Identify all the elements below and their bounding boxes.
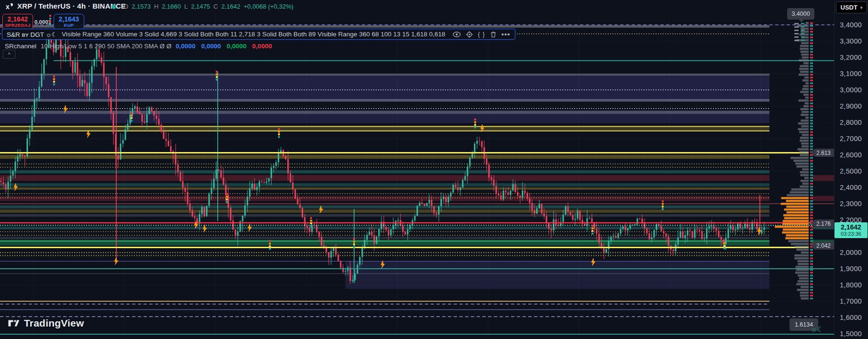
close-value: 2,1642 bbox=[221, 3, 240, 10]
collapse-legend-button[interactable]: ^ bbox=[3, 50, 15, 59]
settings-icon[interactable] bbox=[466, 31, 473, 38]
price-axis[interactable]: 3,40003,30003,20003,10003,00002,90002,80… bbox=[834, 0, 868, 339]
market-status-dot[interactable] bbox=[111, 4, 116, 9]
indicator-value: 0,0000 bbox=[227, 43, 246, 50]
indicator-title: S&R ʙʏ DGT ☼☾ bbox=[7, 31, 57, 38]
currency-toggle-button[interactable]: USDT ▾ bbox=[836, 1, 867, 13]
eye-icon[interactable] bbox=[453, 32, 461, 37]
tradingview-logo[interactable]: TradingView bbox=[8, 317, 84, 329]
indicator-value: 0,0000 bbox=[252, 43, 272, 50]
indicator-values: 0,00000,00000,00000,0000 bbox=[176, 43, 272, 50]
tradingview-logo-icon bbox=[8, 318, 20, 328]
spread-value: 0,0001 bbox=[34, 19, 51, 25]
price-tick: 2,8000 bbox=[840, 119, 862, 126]
sr-level-label-2613: 2.613 bbox=[811, 149, 834, 157]
chart-header: x XRP / TetherUS · 4h · BINANCE O2,1573 … bbox=[0, 0, 868, 13]
symbol-title[interactable]: XRP / TetherUS · 4h · BINANCE bbox=[17, 2, 126, 10]
bar-countdown: 03:23:36 bbox=[841, 231, 861, 237]
svg-text:x: x bbox=[6, 3, 10, 11]
buy-label: KUP bbox=[64, 23, 74, 28]
tradingview-chart-window: x XRP / TetherUS · 4h · BINANCE O2,1573 … bbox=[0, 0, 868, 339]
more-options-icon[interactable]: ••• bbox=[501, 32, 511, 37]
chart-canvas[interactable] bbox=[0, 0, 868, 339]
buy-price: 2,1643 bbox=[59, 16, 79, 23]
indicator-legend-sr-dgt[interactable]: S&R ʙʏ DGT ☼☾ Visible Range 360 Volume 3… bbox=[2, 29, 515, 40]
high-label: H bbox=[154, 3, 158, 10]
source-code-icon[interactable]: { } bbox=[478, 31, 485, 38]
dgt-logo-icon: ☼☾ bbox=[811, 325, 823, 334]
low-label: L bbox=[184, 3, 188, 10]
price-tick: 3,4000 bbox=[840, 21, 862, 29]
price-tick: 3,3000 bbox=[840, 37, 862, 45]
tradingview-logo-text: TradingView bbox=[24, 317, 84, 329]
open-value: 2,1573 bbox=[132, 3, 151, 10]
price-tooltip-high: 3.4000 bbox=[787, 8, 814, 20]
delete-icon[interactable] bbox=[490, 31, 496, 38]
lightning-bolt-icon bbox=[203, 225, 207, 232]
change-value: +0,0068 (+0,32%) bbox=[244, 3, 293, 10]
price-tick: 2,4000 bbox=[840, 184, 862, 191]
price-tick: 2,5000 bbox=[840, 167, 862, 175]
indicator-value: 0,0000 bbox=[176, 43, 195, 50]
price-tick: 1,8000 bbox=[840, 281, 862, 289]
volume-profile bbox=[775, 22, 813, 300]
price-tick: 1,9000 bbox=[840, 265, 862, 273]
price-tick: 2,7000 bbox=[840, 135, 862, 142]
indicator-params: 10 High/Low 5 1 6 290 50 SMA 200 SMA Ø Ø bbox=[41, 43, 171, 50]
tooltip-pointer bbox=[799, 19, 804, 22]
low-value: 2,1475 bbox=[191, 3, 210, 10]
indicator-value: 0,0000 bbox=[201, 43, 221, 50]
ohlc-values: O2,1573 H2,1660 L2,1475 C2,1642 +0,0068 … bbox=[123, 3, 293, 10]
indicator-actions: { } ••• bbox=[453, 31, 511, 38]
price-tick: 1,7000 bbox=[840, 297, 862, 305]
chevron-down-icon: ▾ bbox=[860, 5, 863, 10]
sell-label: SPRZEDAJ bbox=[5, 23, 30, 28]
close-label: C bbox=[213, 3, 218, 10]
high-value: 2,1660 bbox=[162, 3, 181, 10]
xrp-symbol-logo-icon[interactable]: x bbox=[5, 2, 14, 11]
buy-button[interactable]: 2,1643 KUP bbox=[54, 14, 84, 30]
lightning-bolt-icon bbox=[248, 224, 252, 231]
sell-button[interactable]: 2,1642 SPRZEDAJ bbox=[2, 14, 33, 30]
price-tick: 2,3000 bbox=[840, 200, 862, 208]
price-tick: 1,6000 bbox=[840, 314, 862, 321]
price-tick: 1,5000 bbox=[840, 330, 862, 338]
price-tick: 3,0000 bbox=[840, 86, 862, 94]
sr-level-label-2176: 2.176 bbox=[811, 219, 834, 228]
price-tick: 3,1000 bbox=[840, 70, 862, 77]
current-price-value: 2,1642 bbox=[841, 224, 861, 231]
sr-level-label-2042: 2.042 bbox=[811, 241, 834, 250]
indicator-title: SRchannel bbox=[5, 43, 36, 50]
open-label: O bbox=[123, 3, 128, 10]
sell-price: 2,1642 bbox=[8, 16, 28, 23]
indicator-params: Visible Range 360 Volume 3 Solid 4,669 3… bbox=[62, 31, 445, 38]
spread-sparkline bbox=[49, 15, 51, 25]
price-tick: 2,0000 bbox=[840, 249, 862, 256]
price-tick: 3,2000 bbox=[840, 54, 862, 61]
current-price-label: 2,1642 03:23:36 bbox=[835, 222, 868, 238]
indicator-legend-srchannel[interactable]: SRchannel 10 High/Low 5 1 6 290 50 SMA 2… bbox=[5, 42, 272, 50]
price-tick: 2,6000 bbox=[840, 151, 862, 159]
lightning-bolt-icon bbox=[114, 257, 118, 265]
price-tick: 2,9000 bbox=[840, 102, 862, 110]
currency-label: USDT bbox=[841, 4, 857, 11]
